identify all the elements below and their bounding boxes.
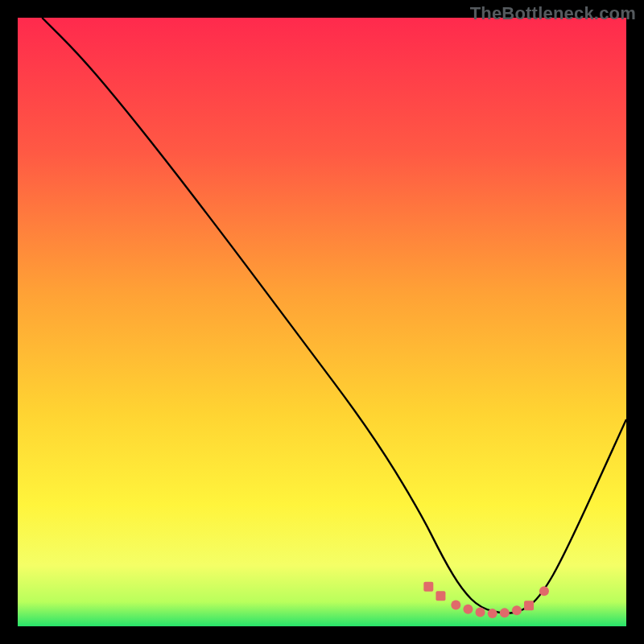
chart-container: TheBottleneck.com [0,0,644,644]
data-point [436,591,445,601]
watermark-text: TheBottleneck.com [470,3,636,24]
data-point [524,601,534,610]
data-point [463,605,473,614]
data-point [539,586,549,596]
plot-area [18,18,626,626]
data-point [423,582,433,592]
gradient-background [18,18,626,626]
data-point [500,608,510,617]
data-point [512,605,522,615]
chart-svg [18,18,626,626]
data-point [488,609,497,618]
data-point [476,608,485,617]
data-point [451,601,460,610]
